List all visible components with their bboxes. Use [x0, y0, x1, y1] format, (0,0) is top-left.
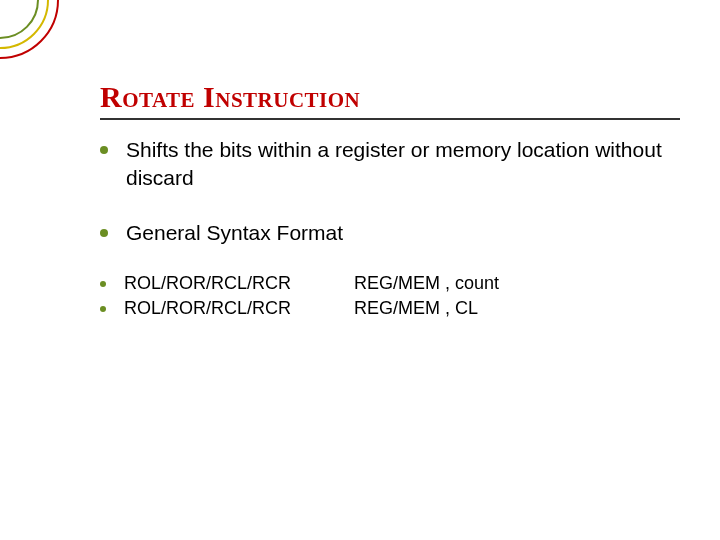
bullet-dot-icon: [100, 306, 106, 312]
bullet-text: General Syntax Format: [126, 219, 343, 247]
bullet-item: General Syntax Format: [100, 219, 680, 247]
corner-decoration: [0, 0, 80, 80]
svg-point-0: [0, 0, 58, 58]
bullet-dot-icon: [100, 146, 108, 154]
bullet-dot-icon: [100, 281, 106, 287]
slide-title: Rotate Instruction: [100, 80, 680, 120]
syntax-mnemonic: ROL/ROR/RCL/RCR: [124, 298, 354, 319]
syntax-operands: REG/MEM , count: [354, 273, 499, 294]
bullet-item: Shifts the bits within a register or mem…: [100, 136, 680, 193]
svg-point-1: [0, 0, 48, 48]
syntax-mnemonic: ROL/ROR/RCL/RCR: [124, 273, 354, 294]
slide-content: Rotate Instruction Shifts the bits withi…: [100, 80, 680, 323]
syntax-operands: REG/MEM , CL: [354, 298, 478, 319]
bullet-text: Shifts the bits within a register or mem…: [126, 136, 680, 193]
syntax-item: ROL/ROR/RCL/RCR REG/MEM , CL: [100, 298, 680, 319]
syntax-item: ROL/ROR/RCL/RCR REG/MEM , count: [100, 273, 680, 294]
svg-point-2: [0, 0, 38, 38]
bullet-dot-icon: [100, 229, 108, 237]
